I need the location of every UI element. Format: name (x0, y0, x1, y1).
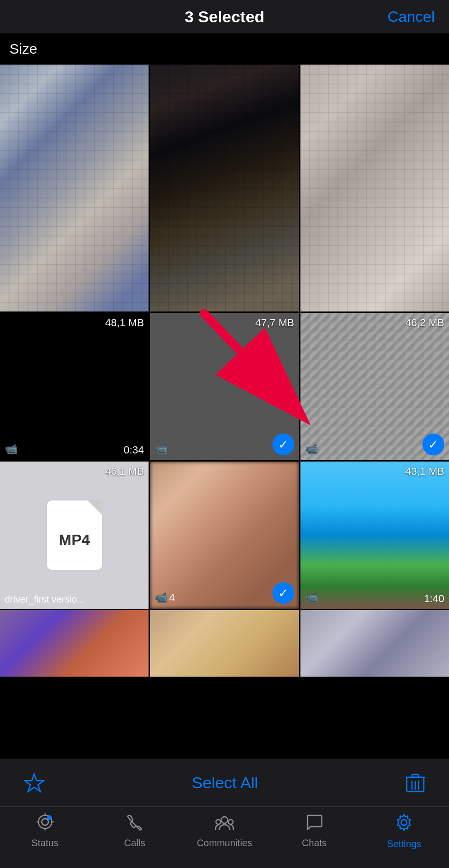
svg-point-18 (228, 820, 233, 824)
svg-point-15 (47, 815, 52, 820)
grid-cell-3-3[interactable]: 43,1 MB 📹 1:40 (300, 462, 449, 609)
grid-cell-4-2[interactable] (150, 610, 299, 677)
grid-cell-4-3[interactable] (300, 610, 449, 677)
selection-toolbar: Select All (0, 759, 449, 806)
video-icon-2-1: 📹 (5, 443, 18, 455)
grid-cell-3-2[interactable]: 📹 4 ✓ (150, 462, 299, 609)
tab-label-communities: Communities (197, 838, 253, 849)
header-title: 3 Selected (185, 8, 264, 26)
cancel-button[interactable]: Cancel (387, 8, 435, 26)
tab-label-chats: Chats (302, 838, 327, 849)
check-badge-2-3: ✓ (422, 434, 444, 455)
grid-row-2: 48,1 MB 📹 0:34 47,7 MB 📹 ✓ 46,2 MB 📹 ✓ (0, 313, 449, 460)
video-icon-2-3: 📹 (305, 443, 318, 455)
communities-icon (215, 813, 234, 835)
check-badge-3-2: ✓ (272, 582, 294, 604)
grid-cell-2-1[interactable]: 48,1 MB 📹 0:34 (0, 313, 149, 460)
grid-cell-2-3[interactable]: 46,2 MB 📹 ✓ (300, 313, 449, 460)
cell-size-3-3: 43,1 MB (405, 465, 444, 478)
grid-cell-1-2[interactable] (150, 65, 299, 311)
grid-row-3: 46,1 MB MP4 driver_first versio... 📹 4 ✓… (0, 462, 449, 609)
tab-item-calls[interactable]: Calls (90, 813, 179, 849)
size-section-label: Size (0, 33, 449, 65)
delete-button[interactable] (405, 773, 425, 793)
svg-point-19 (401, 820, 407, 825)
grid-row-4 (0, 610, 449, 677)
check-badge-2-2: ✓ (272, 434, 294, 455)
grid-cell-2-2[interactable]: 47,7 MB 📹 ✓ (150, 313, 299, 460)
grid-cell-3-1[interactable]: 46,1 MB MP4 driver_first versio... (0, 462, 149, 609)
header: 3 Selected Cancel (0, 0, 449, 33)
cell-duration-2-1: 0:34 (124, 444, 144, 456)
svg-point-10 (42, 819, 48, 825)
tab-label-calls: Calls (124, 838, 145, 849)
svg-rect-5 (412, 774, 419, 777)
tab-label-status: Status (31, 838, 58, 849)
tab-item-settings[interactable]: Settings (359, 813, 449, 849)
svg-point-17 (216, 820, 221, 824)
cell-size-2-3: 46,2 MB (405, 317, 444, 329)
cell-duration-3-3: 1:40 (424, 593, 444, 605)
media-grid: 48,1 MB 📹 0:34 47,7 MB 📹 ✓ 46,2 MB 📹 ✓ 4… (0, 65, 449, 677)
tab-item-chats[interactable]: Chats (270, 813, 359, 849)
grid-cell-1-1[interactable] (0, 65, 149, 311)
star-button[interactable] (24, 773, 45, 793)
tab-item-communities[interactable]: Communities (179, 813, 269, 849)
select-all-button[interactable]: Select All (192, 774, 258, 792)
tab-label-settings: Settings (387, 839, 421, 849)
svg-marker-2 (25, 774, 44, 792)
tab-bar: Status Calls Communities (0, 806, 449, 868)
grid-cell-4-1[interactable] (0, 610, 149, 677)
cell-duration-3-2: 4 (169, 592, 175, 604)
calls-icon (126, 813, 143, 835)
tab-item-status[interactable]: Status (0, 813, 90, 849)
cell-filename-3-1: driver_first versio... (5, 594, 144, 605)
cell-size-2-1: 48,1 MB (105, 317, 144, 329)
settings-icon (395, 813, 413, 836)
mp4-file-icon: MP4 (46, 500, 103, 571)
video-icon-3-3: 📹 (305, 592, 318, 604)
video-icon-2-2: 📹 (155, 443, 168, 455)
status-icon (37, 813, 54, 835)
svg-point-16 (221, 817, 228, 823)
grid-row-1 (0, 65, 449, 311)
video-icon-3-2: 📹 (155, 592, 168, 604)
cell-size-3-1: 46,1 MB (105, 465, 144, 478)
chats-icon (306, 813, 323, 835)
cell-size-2-2: 47,7 MB (255, 317, 294, 329)
grid-cell-1-3[interactable] (300, 65, 449, 311)
